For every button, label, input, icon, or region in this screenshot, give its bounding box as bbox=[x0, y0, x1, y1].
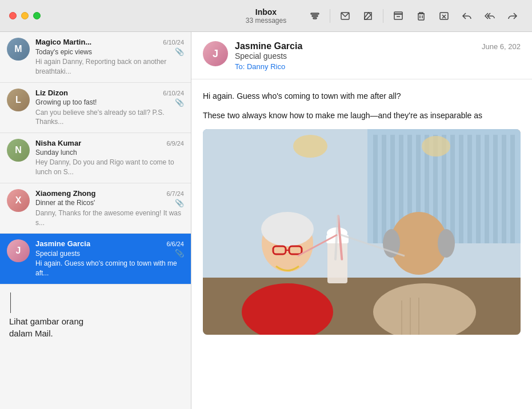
message-subject: Today's epic views bbox=[35, 48, 92, 56]
message-sender: Magico Martin... bbox=[35, 38, 91, 46]
message-subject: Dinner at the Ricos' bbox=[35, 199, 95, 207]
avatar: L bbox=[7, 89, 30, 111]
detail-to: To: Danny Rico bbox=[235, 62, 521, 71]
svg-rect-24 bbox=[450, 135, 455, 243]
window-title: Inbox bbox=[246, 7, 286, 17]
window-controls bbox=[9, 12, 41, 19]
message-preview: Can you believe she's already so tall? P… bbox=[35, 108, 184, 127]
svg-rect-28 bbox=[485, 135, 489, 243]
svg-point-42 bbox=[261, 212, 314, 246]
svg-rect-2 bbox=[313, 18, 317, 19]
message-body: Liz Dizon 6/10/24 Growing up too fast! 📎… bbox=[35, 89, 184, 127]
forward-button[interactable] bbox=[502, 6, 523, 26]
detail-to-name: Danny Rico bbox=[247, 62, 285, 71]
message-preview: Hi again. Guess who's coming to town wit… bbox=[35, 259, 184, 278]
detail-sender-row: J Jasmine Garcia June 6, 202 Special gue… bbox=[203, 41, 521, 71]
svg-rect-15 bbox=[373, 135, 378, 243]
message-preview: Danny, Thanks for the awesome evening! I… bbox=[35, 208, 184, 228]
message-date: 6/7/24 bbox=[166, 190, 184, 197]
minimize-button[interactable] bbox=[21, 12, 29, 19]
svg-rect-27 bbox=[476, 135, 481, 243]
reply-all-button[interactable] bbox=[479, 6, 500, 26]
caption-text: Lihat gambar orangdalam Mail. bbox=[9, 315, 182, 339]
message-body: Nisha Kumar 6/9/24 Sunday lunch Hey Dann… bbox=[35, 139, 184, 177]
close-button[interactable] bbox=[9, 12, 17, 19]
junk-button[interactable] bbox=[434, 6, 454, 26]
message-sender: Nisha Kumar bbox=[35, 139, 81, 147]
message-preview: Hi again Danny, Reporting back on anothe… bbox=[35, 57, 184, 77]
main-content: M Magico Martin... 6/10/24 Today's epic … bbox=[0, 32, 532, 409]
message-date: 6/6/24 bbox=[166, 240, 184, 247]
archive-button[interactable] bbox=[388, 6, 409, 26]
svg-rect-25 bbox=[459, 135, 463, 243]
svg-rect-26 bbox=[467, 135, 472, 243]
svg-rect-16 bbox=[382, 135, 386, 243]
avatar: J bbox=[7, 239, 30, 262]
new-message-button[interactable] bbox=[335, 6, 355, 26]
svg-point-50 bbox=[438, 229, 455, 258]
message-sender: Xiaomeng Zhong bbox=[35, 189, 95, 198]
detail-body-line2: These two always know how to make me lau… bbox=[203, 109, 521, 122]
avatar: X bbox=[7, 189, 30, 212]
svg-rect-30 bbox=[502, 135, 506, 243]
detail-avatar: J bbox=[203, 41, 228, 66]
window-title-area: Inbox 33 messages bbox=[246, 7, 286, 25]
message-body: Magico Martin... 6/10/24 Today's epic vi… bbox=[35, 38, 184, 77]
svg-point-32 bbox=[293, 135, 327, 158]
svg-rect-7 bbox=[418, 14, 424, 20]
message-subject: Sunday lunch bbox=[35, 149, 77, 157]
svg-rect-1 bbox=[312, 15, 318, 17]
attachment-icon: 📎 bbox=[175, 47, 184, 56]
message-date: 6/10/24 bbox=[163, 90, 184, 97]
filter-button[interactable] bbox=[305, 6, 325, 26]
maximize-button[interactable] bbox=[33, 12, 41, 19]
message-item[interactable]: N Nisha Kumar 6/9/24 Sunday lunch Hey Da… bbox=[0, 133, 191, 183]
message-body: Jasmine Garcia 6/6/24 Special guests 📎 H… bbox=[35, 239, 184, 278]
detail-name-row: Jasmine Garcia June 6, 202 bbox=[235, 41, 521, 51]
window-subtitle: 33 messages bbox=[246, 17, 286, 25]
attachment-icon: 📎 bbox=[175, 249, 184, 258]
caption-line bbox=[10, 292, 11, 313]
caption-area: Lihat gambar orangdalam Mail. bbox=[0, 284, 191, 344]
message-list[interactable]: M Magico Martin... 6/10/24 Today's epic … bbox=[0, 32, 191, 409]
detail-body-line1: Hi again. Guess who's coming to town wit… bbox=[203, 90, 521, 102]
svg-rect-5 bbox=[394, 12, 402, 14]
message-date: 6/9/24 bbox=[166, 140, 184, 147]
message-subject: Growing up too fast! bbox=[35, 98, 97, 106]
svg-rect-17 bbox=[390, 135, 395, 243]
detail-subject: Special guests bbox=[235, 51, 521, 61]
detail-image bbox=[203, 129, 521, 335]
message-sender: Liz Dizon bbox=[35, 89, 68, 97]
attachment-icon: 📎 bbox=[175, 199, 184, 207]
message-item[interactable]: M Magico Martin... 6/10/24 Today's epic … bbox=[0, 32, 191, 83]
svg-rect-35 bbox=[327, 238, 347, 283]
detail-image-container bbox=[203, 129, 521, 335]
toolbar-separator-2 bbox=[383, 9, 383, 23]
detail-sender-name: Jasmine Garcia bbox=[235, 41, 302, 51]
message-item[interactable]: L Liz Dizon 6/10/24 Growing up too fast!… bbox=[0, 83, 191, 134]
detail-header: J Jasmine Garcia June 6, 202 Special gue… bbox=[191, 32, 532, 79]
detail-pane: J Jasmine Garcia June 6, 202 Special gue… bbox=[191, 32, 532, 409]
toolbar-separator-1 bbox=[330, 9, 330, 23]
avatar: N bbox=[7, 139, 30, 162]
message-date: 6/10/24 bbox=[163, 39, 184, 46]
attachment-icon: 📎 bbox=[175, 98, 184, 107]
svg-rect-31 bbox=[510, 135, 515, 243]
svg-rect-0 bbox=[311, 13, 319, 14]
detail-date: June 6, 202 bbox=[482, 42, 521, 51]
message-sender: Jasmine Garcia bbox=[35, 239, 90, 248]
svg-rect-29 bbox=[493, 135, 498, 243]
message-subject: Special guests bbox=[35, 250, 80, 258]
reply-button[interactable] bbox=[457, 6, 477, 26]
trash-button[interactable] bbox=[411, 6, 431, 26]
message-item[interactable]: J Jasmine Garcia 6/6/24 Special guests 📎… bbox=[0, 234, 191, 284]
titlebar: Inbox 33 messages bbox=[0, 0, 532, 32]
toolbar bbox=[305, 6, 523, 26]
message-preview: Hey Danny, Do you and Rigo want to come … bbox=[35, 158, 184, 177]
message-item[interactable]: X Xiaomeng Zhong 6/7/24 Dinner at the Ri… bbox=[0, 183, 191, 234]
message-body: Xiaomeng Zhong 6/7/24 Dinner at the Rico… bbox=[35, 189, 184, 228]
detail-meta: Jasmine Garcia June 6, 202 Special guest… bbox=[235, 41, 521, 71]
compose-button[interactable] bbox=[358, 6, 378, 26]
avatar: M bbox=[7, 38, 30, 61]
svg-point-33 bbox=[422, 136, 450, 157]
